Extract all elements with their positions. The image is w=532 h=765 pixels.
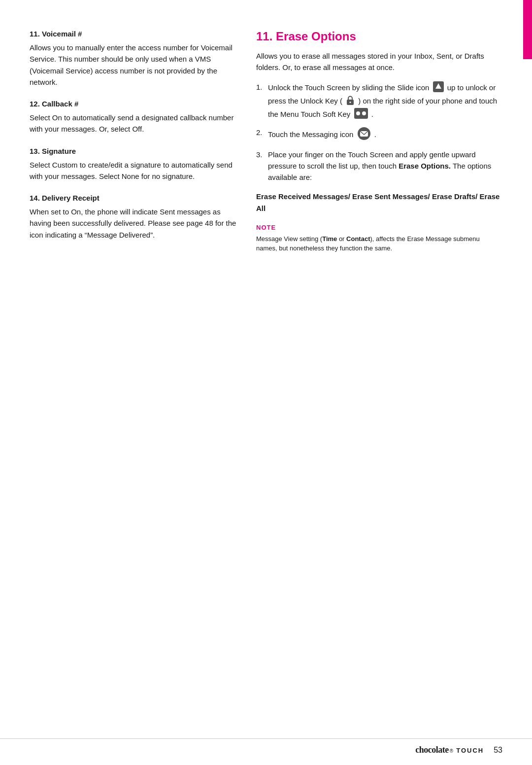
section-14-delivery: 14. Delivery Receipt When set to On, the… xyxy=(30,194,236,241)
section-13-signature: 13. Signature Select Custom to create/ed… xyxy=(30,147,236,182)
section-12-callback: 12. Callback # Select On to automaticall… xyxy=(30,100,236,135)
svg-rect-3 xyxy=(350,102,351,103)
erase-options-bold-inline: Erase Options. xyxy=(399,162,451,170)
svg-point-5 xyxy=(356,111,360,115)
footer-page-number: 53 xyxy=(494,746,502,755)
footer-brand-reg: ® xyxy=(450,748,453,754)
section-11-heading: 11. Voicemail # xyxy=(30,30,236,38)
step-3: 3. Place your finger on the Touch Screen… xyxy=(256,149,502,183)
step-1: 1. Unlock the Touch Screen by sliding th… xyxy=(256,81,502,122)
right-intro: Allows you to erase all messages stored … xyxy=(256,50,502,73)
erase-options-list: Erase Received Messages/ Erase Sent Mess… xyxy=(256,191,502,214)
page-footer: chocolate® TOUCH 53 xyxy=(0,738,532,765)
note-label: NOTE xyxy=(256,224,502,231)
slide-icon xyxy=(433,81,444,95)
svg-point-6 xyxy=(362,111,366,115)
page-container: 11. Voicemail # Allows you to manually e… xyxy=(0,0,532,765)
note-text: Message View setting (Time or Contact), … xyxy=(256,234,502,253)
left-column: 11. Voicemail # Allows you to manually e… xyxy=(30,30,236,719)
section-13-body: Select Custom to create/edit a signature… xyxy=(30,159,236,182)
section-12-heading: 12. Callback # xyxy=(30,100,236,108)
step-3-content: Place your finger on the Touch Screen an… xyxy=(268,149,502,183)
section-11-voicemail: 11. Voicemail # Allows you to manually e… xyxy=(30,30,236,88)
step-2-content: Touch the Messaging icon . xyxy=(268,127,502,143)
footer-brand-name: chocolate xyxy=(415,745,448,755)
section-13-heading: 13. Signature xyxy=(30,147,236,155)
step-2: 2. Touch the Messaging icon . xyxy=(256,127,502,143)
note-contact-bold: Contact xyxy=(346,235,370,243)
step-1-content: Unlock the Touch Screen by sliding the S… xyxy=(268,81,502,122)
step-1-number: 1. xyxy=(256,81,268,93)
accent-bar xyxy=(523,0,532,59)
section-14-heading: 14. Delivery Receipt xyxy=(30,194,236,202)
section-12-body: Select On to automatically send a design… xyxy=(30,112,236,135)
footer-brand-sub: TOUCH xyxy=(456,747,484,754)
lock-icon xyxy=(346,95,355,108)
note-section: NOTE Message View setting (Time or Conta… xyxy=(256,224,502,253)
menu-softkey-icon xyxy=(354,108,368,122)
messaging-icon xyxy=(357,127,371,143)
step-3-number: 3. xyxy=(256,149,268,160)
right-section-title: 11. Erase Options xyxy=(256,30,502,43)
footer-brand: chocolate® TOUCH xyxy=(415,745,484,755)
section-14-body: When set to On, the phone will indicate … xyxy=(30,206,236,241)
right-column: 11. Erase Options Allows you to erase al… xyxy=(256,30,502,719)
section-11-body: Allows you to manually enter the access … xyxy=(30,42,236,88)
steps-list: 1. Unlock the Touch Screen by sliding th… xyxy=(256,81,502,183)
content-area: 11. Voicemail # Allows you to manually e… xyxy=(0,0,532,738)
step-2-number: 2. xyxy=(256,127,268,138)
note-time-bold: Time xyxy=(322,235,337,243)
